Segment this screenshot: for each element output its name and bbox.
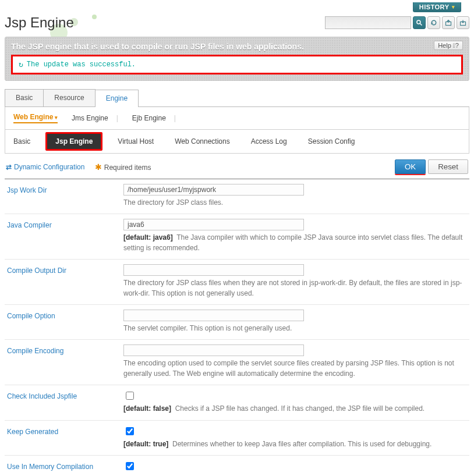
desc-check-included: [default: false] Checks if a JSP file ha…	[123, 404, 467, 414]
label-compile-option: Compile Option	[7, 310, 118, 333]
tab-engine[interactable]: Engine	[95, 90, 139, 107]
search-button[interactable]	[413, 16, 426, 29]
export-xml-button[interactable]	[442, 16, 455, 29]
desc-compile-output-dir: The directory for JSP class files when t…	[123, 278, 467, 299]
refresh-button[interactable]	[427, 16, 440, 29]
checkbox-check-included[interactable]	[126, 392, 134, 400]
desc-compile-option: The servlet compiler. This option is not…	[123, 324, 467, 333]
primary-tabs: Basic Resource Engine	[5, 89, 469, 107]
search-input[interactable]	[325, 16, 411, 29]
separator: |	[116, 114, 118, 122]
tab-jsp-engine[interactable]: Jsp Engine	[45, 132, 102, 151]
search-icon	[416, 19, 423, 26]
page-title: Jsp Engine	[5, 15, 74, 31]
checkbox-in-memory[interactable]	[126, 462, 134, 470]
svg-point-0	[417, 20, 420, 24]
input-compile-option[interactable]	[123, 310, 304, 321]
desc-keep-generated: [default: true] Determines whether to ke…	[123, 439, 467, 449]
label-keep-generated: Keep Generated	[7, 425, 118, 449]
label-in-memory: Use In Memory Compilation	[7, 460, 118, 476]
import-xml-button[interactable]	[457, 16, 469, 29]
tab-basic-sub[interactable]: Basic	[13, 137, 30, 145]
reset-button-top[interactable]: Reset	[428, 159, 468, 174]
tab-session-config[interactable]: Session Config	[308, 137, 355, 145]
required-legend: ✱ Required items	[95, 162, 151, 172]
tab-web-connections[interactable]: Web Connections	[175, 137, 230, 145]
label-jsp-work-dir: Jsp Work Dir	[7, 184, 118, 208]
label-compile-output-dir: Compile Output Dir	[7, 264, 118, 299]
required-icon: ✱	[95, 162, 102, 172]
tab-jms-engine[interactable]: Jms Engine	[72, 114, 108, 122]
export-icon	[445, 19, 452, 26]
history-label: HISTORY	[419, 3, 450, 10]
checkbox-keep-generated[interactable]	[126, 427, 134, 435]
notice-text: The update was successful.	[27, 61, 136, 69]
tab-virtual-host[interactable]: Virtual Host	[118, 137, 154, 145]
import-icon	[459, 19, 466, 26]
dynamic-config-legend: ⇄ Dynamic Configuration	[6, 163, 84, 171]
dynamic-icon: ⇄	[6, 163, 12, 171]
desc-jsp-work-dir: The directory for JSP class files.	[123, 198, 467, 208]
banner-title: The JSP engine that is used to compile o…	[11, 42, 304, 51]
chevron-down-icon: ▾	[452, 4, 455, 10]
update-success-icon: ↻	[19, 60, 23, 69]
secondary-tabs: Web Engine Jms Engine | Ejb Engine |	[5, 107, 469, 130]
input-java-compiler[interactable]	[123, 219, 304, 230]
tertiary-tabs: Basic Jsp Engine Virtual Host Web Connec…	[5, 130, 469, 154]
description-banner: The JSP engine that is used to compile o…	[5, 37, 469, 81]
tab-resource[interactable]: Resource	[43, 89, 95, 106]
update-notice: ↻ The update was successful.	[11, 55, 463, 74]
label-java-compiler: Java Compiler	[7, 219, 118, 253]
label-check-included: Check Included Jspfile	[7, 390, 118, 414]
tab-web-engine[interactable]: Web Engine	[13, 113, 58, 123]
svg-line-1	[420, 24, 422, 26]
history-button[interactable]: HISTORY ▾	[413, 2, 461, 12]
desc-compile-encoding: The encoding option used to compile the …	[123, 358, 467, 379]
tab-basic[interactable]: Basic	[5, 89, 44, 106]
label-compile-encoding: Compile Encoding	[7, 344, 118, 379]
desc-java-compiler: [default: java6] The Java compiler with …	[123, 233, 467, 253]
separator: |	[174, 114, 176, 122]
input-jsp-work-dir[interactable]	[123, 184, 304, 196]
input-compile-encoding[interactable]	[123, 344, 304, 356]
tab-access-log[interactable]: Access Log	[251, 137, 287, 145]
refresh-icon	[430, 19, 437, 26]
ok-button-top[interactable]: OK	[395, 159, 426, 174]
help-button[interactable]: Help ⃝?	[434, 41, 463, 50]
input-compile-output-dir[interactable]	[123, 264, 304, 276]
tab-ejb-engine[interactable]: Ejb Engine	[132, 114, 166, 122]
